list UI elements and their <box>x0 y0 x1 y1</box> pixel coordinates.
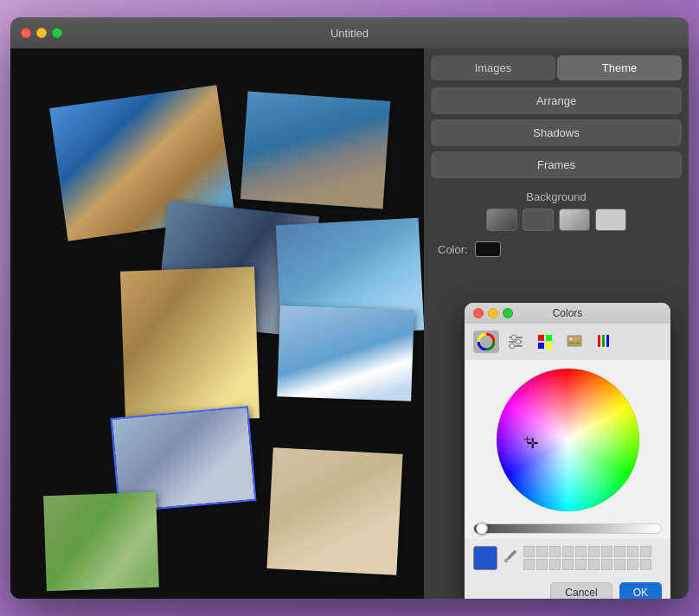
mini-swatch-8[interactable] <box>614 546 625 557</box>
svg-point-12 <box>569 337 573 341</box>
svg-point-4 <box>511 335 516 340</box>
colors-close-button[interactable] <box>473 308 484 318</box>
svg-rect-9 <box>538 343 544 349</box>
mini-swatch-17[interactable] <box>601 559 612 570</box>
colors-title-bar: Colors <box>465 303 670 324</box>
photo-2 <box>240 91 390 209</box>
ok-button[interactable]: OK <box>619 582 662 599</box>
traffic-lights <box>21 28 62 38</box>
mini-swatch-7[interactable] <box>601 546 612 557</box>
colors-traffic-lights <box>473 308 513 318</box>
svg-rect-10 <box>546 343 552 349</box>
svg-rect-8 <box>546 335 552 341</box>
mini-swatch-9[interactable] <box>627 546 638 557</box>
svg-rect-13 <box>598 335 600 347</box>
tab-images[interactable]: Images <box>431 55 555 80</box>
bg-option-solid-light[interactable] <box>595 209 626 231</box>
svg-point-16 <box>504 559 508 562</box>
color-row: Color: <box>431 238 682 260</box>
arrange-button[interactable]: Arrange <box>431 87 682 114</box>
mini-swatch-18[interactable] <box>614 559 625 570</box>
bg-option-solid-dark[interactable] <box>523 209 554 231</box>
photo-collage <box>10 48 424 599</box>
brightness-row <box>465 520 670 539</box>
photo-8 <box>266 447 402 575</box>
svg-rect-7 <box>538 335 544 341</box>
color-wheel-area[interactable]: ✛ <box>465 360 670 520</box>
mini-swatch-11[interactable] <box>523 559 535 570</box>
color-wheel[interactable]: ✛ <box>497 369 639 511</box>
photo-5 <box>120 266 260 422</box>
photo-9 <box>43 492 159 591</box>
crosshair-indicator: ✛ <box>527 435 537 446</box>
svg-rect-14 <box>602 335 605 347</box>
frames-button[interactable]: Frames <box>431 151 682 178</box>
image-picker-tool[interactable] <box>561 330 587 353</box>
svg-point-5 <box>516 339 521 344</box>
mini-swatch-3[interactable] <box>549 546 561 557</box>
maximize-button[interactable] <box>52 28 62 38</box>
colors-dialog-title: Colors <box>553 307 583 319</box>
mini-swatch-13[interactable] <box>549 559 561 570</box>
canvas-area <box>10 48 424 599</box>
colors-maximize-button[interactable] <box>503 308 513 318</box>
brightness-slider[interactable] <box>473 523 662 534</box>
brightness-thumb[interactable] <box>476 523 488 535</box>
mini-swatch-4[interactable] <box>562 546 574 557</box>
eyedropper-button[interactable] <box>503 549 518 568</box>
svg-rect-11 <box>568 336 581 346</box>
mini-swatch-5[interactable] <box>575 546 587 557</box>
svg-rect-15 <box>606 335 609 347</box>
tab-theme[interactable]: Theme <box>557 55 682 80</box>
photo-6 <box>277 305 414 401</box>
svg-point-6 <box>510 343 515 349</box>
tab-bar: Images Theme <box>431 55 682 80</box>
color-swatch[interactable] <box>475 241 501 257</box>
minimize-button[interactable] <box>36 28 47 38</box>
window-title: Untitled <box>330 27 369 40</box>
mini-swatch-14[interactable] <box>562 559 574 570</box>
shadows-button[interactable]: Shadows <box>431 119 682 146</box>
mini-swatch-2[interactable] <box>536 546 548 557</box>
colors-dialog: Colors <box>465 303 670 599</box>
swatches-area <box>523 546 662 570</box>
colors-minimize-button[interactable] <box>488 308 498 318</box>
background-label: Background <box>431 190 682 203</box>
color-wheel-tool[interactable] <box>473 330 499 353</box>
mini-swatch-19[interactable] <box>627 559 638 570</box>
cancel-button[interactable]: Cancel <box>550 582 612 599</box>
main-window: Untitled Images Theme <box>10 17 689 599</box>
bg-option-gradient-light[interactable] <box>559 209 590 231</box>
bottom-row <box>465 539 670 577</box>
mini-swatch-20[interactable] <box>640 559 651 570</box>
crayons-tool[interactable] <box>591 330 617 353</box>
mini-swatch-16[interactable] <box>588 559 600 570</box>
title-bar: Untitled <box>10 17 689 48</box>
color-label: Color: <box>438 243 468 256</box>
selected-color-box[interactable] <box>473 546 497 570</box>
colors-toolbar <box>465 324 670 360</box>
color-sliders-tool[interactable] <box>503 330 529 353</box>
mini-swatch-1[interactable] <box>523 546 535 557</box>
mini-swatch-15[interactable] <box>575 559 587 570</box>
mini-swatch-6[interactable] <box>588 546 600 557</box>
color-palettes-tool[interactable] <box>532 330 558 353</box>
mini-swatch-10[interactable] <box>640 546 651 557</box>
close-button[interactable] <box>21 28 31 38</box>
bg-option-gradient-dark[interactable] <box>486 209 517 231</box>
background-options <box>431 209 682 231</box>
dialog-buttons: Cancel OK <box>465 577 670 599</box>
mini-swatch-12[interactable] <box>536 559 548 570</box>
